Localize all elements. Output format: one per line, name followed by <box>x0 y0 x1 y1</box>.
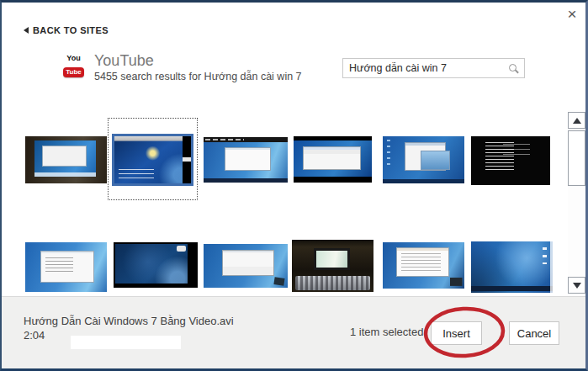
youtube-logo-you: You <box>62 54 85 62</box>
footer-bar: Hướng Dẫn Cài Windows 7 Bằng Video.avi 2… <box>2 296 585 368</box>
back-to-sites-link[interactable]: BACK TO SITES <box>24 25 109 35</box>
video-thumbnail-r2c1[interactable] <box>25 242 107 292</box>
scroll-up-button[interactable] <box>568 112 585 129</box>
insert-button[interactable]: Insert <box>431 321 482 345</box>
scrollbar-thumb[interactable] <box>568 130 585 186</box>
video-thumbnail-r2c2[interactable] <box>114 242 198 288</box>
youtube-logo-icon: You Tube <box>62 54 85 77</box>
video-thumbnail-r1c4[interactable] <box>294 136 372 183</box>
caption-blank-area <box>71 336 181 349</box>
search-box <box>342 58 525 78</box>
arrow-up-icon <box>573 118 581 124</box>
back-arrow-icon <box>24 27 29 34</box>
search-results-summary: 5455 search results for Hướng dẫn cài wi… <box>94 71 302 82</box>
video-thumbnail-r1c1[interactable] <box>25 136 107 183</box>
selected-video-duration: 2:04 <box>24 329 45 342</box>
video-thumbnail-r1c6[interactable] <box>471 136 550 185</box>
scroll-down-button[interactable] <box>568 277 585 294</box>
close-button[interactable]: × <box>563 4 581 23</box>
provider-title: YouTube <box>94 52 154 70</box>
selection-status: 1 item selected. <box>350 326 426 338</box>
thumbnail-gallery <box>2 108 586 297</box>
video-thumbnail-r2c6[interactable] <box>471 241 553 293</box>
search-icon[interactable] <box>509 64 516 72</box>
youtube-logo-tube: Tube <box>63 67 84 77</box>
back-link-label: BACK TO SITES <box>33 25 109 35</box>
video-thumbnail-r1c2[interactable] <box>112 134 193 186</box>
selected-video-title: Hướng Dẫn Cài Windows 7 Bằng Video.avi <box>24 315 234 327</box>
video-thumbnail-r2c5[interactable] <box>383 242 464 289</box>
scrollbar[interactable] <box>568 110 585 296</box>
video-thumbnail-r2c4[interactable] <box>292 240 373 292</box>
video-thumbnail-r1c3[interactable] <box>204 137 288 183</box>
video-thumbnail-r1c5[interactable] <box>383 136 464 183</box>
cancel-button[interactable]: Cancel <box>509 321 559 345</box>
video-thumbnail-r2c3[interactable] <box>204 244 288 288</box>
arrow-down-icon <box>573 283 581 289</box>
search-input[interactable] <box>343 59 524 77</box>
